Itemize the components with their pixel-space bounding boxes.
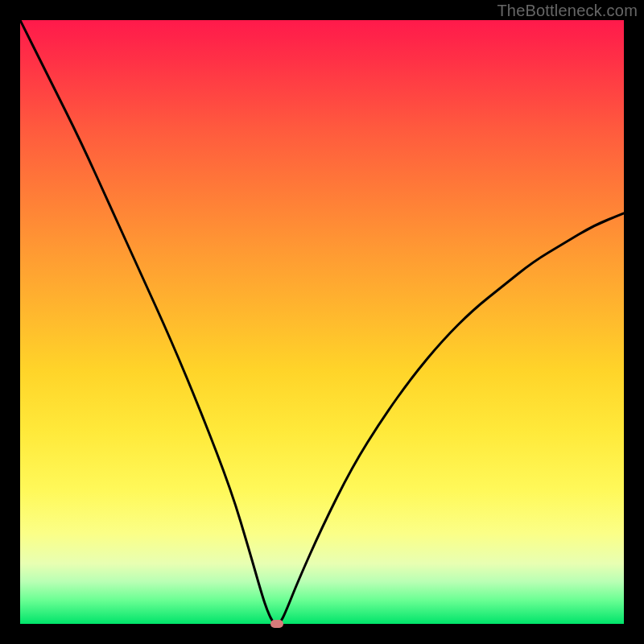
plot-area <box>20 20 624 624</box>
minimum-marker <box>270 620 283 628</box>
watermark-text: TheBottleneck.com <box>497 2 638 20</box>
bottleneck-curve <box>20 20 624 624</box>
chart-frame: TheBottleneck.com <box>0 0 644 644</box>
